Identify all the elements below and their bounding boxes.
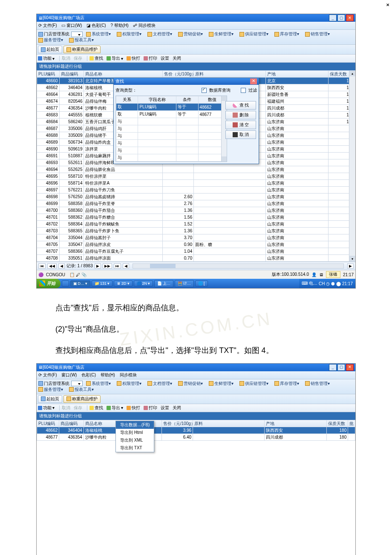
find-row[interactable]: 与: [116, 140, 227, 147]
column-header[interactable]: 原料: [193, 420, 264, 427]
report-tools[interactable]: 报表工具▾: [69, 37, 94, 43]
table-row[interactable]: 48702588364品得仙干炸鲷鲅鱼1.52山东济南1: [37, 221, 355, 228]
menu-window[interactable]: 窗口(W): [66, 23, 82, 28]
quickprint-button[interactable]: 快打: [127, 405, 140, 411]
find-row[interactable]: 与: [116, 118, 227, 125]
find-button[interactable]: 查找: [89, 55, 103, 61]
column-header[interactable]: 产地: [265, 71, 328, 78]
tray-ime[interactable]: ⌨ 电…: [302, 280, 317, 286]
column-header[interactable]: 产地: [264, 420, 326, 427]
export-item[interactable]: 导出到 TXT: [116, 444, 154, 452]
fresh-mgmt[interactable]: 生鲜管理▾: [209, 381, 233, 387]
export-item[interactable]: 导出数据…(FB): [116, 421, 154, 429]
quickprint-button[interactable]: 快打: [127, 55, 140, 61]
column-header[interactable]: 商品名称: [84, 71, 162, 78]
supply-mgmt[interactable]: 供应链管理▾: [239, 381, 268, 387]
close-page-button[interactable]: 关闭: [173, 405, 181, 411]
table-row[interactable]: 48708335051品得仙拌凉面0.70山东济南1: [37, 255, 355, 262]
tab-home[interactable]: 起始页: [38, 395, 62, 403]
tab-weigh-goods[interactable]: 称重商品维护: [63, 46, 101, 53]
module-dropdown[interactable]: [71, 381, 83, 386]
find-row[interactable]: 取PLU编码等于48662: [116, 104, 227, 111]
pager-hscroll-right[interactable]: ▶: [347, 263, 354, 269]
supply-mgmt[interactable]: 供应链管理▾: [239, 31, 268, 37]
column-header[interactable]: PLU编码: [37, 420, 59, 427]
pager-last[interactable]: ⏭: [114, 263, 121, 269]
find-row[interactable]: 与: [116, 147, 227, 154]
export-button[interactable]: 导出 ▾: [107, 405, 123, 411]
settings-button[interactable]: 设置: [161, 55, 169, 61]
column-header[interactable]: 售价（元/100g）: [162, 71, 194, 78]
pager-next[interactable]: ▶: [95, 263, 101, 269]
find-row[interactable]: 与: [116, 133, 227, 140]
sales-mgmt[interactable]: 销售管理▾: [305, 31, 330, 37]
export-item[interactable]: 导出到 Html: [116, 429, 154, 436]
table-row[interactable]: 48707588366品得仙干炸豆腐丸子1.04山东济南1: [37, 248, 355, 255]
find-row[interactable]: 与: [116, 125, 227, 133]
minimize-button[interactable]: _: [329, 364, 337, 371]
table-row[interactable]: 48697576221品得仙干炸刀鱼山东济南1: [37, 187, 355, 194]
menu-help[interactable]: 帮助(H): [101, 373, 115, 377]
column-header[interactable]: 原料: [194, 71, 265, 78]
tray-icons[interactable]: ◷ ⬢ ⬤: [326, 281, 341, 286]
horizontal-scrollbar[interactable]: [133, 263, 344, 269]
column-header[interactable]: 保质天数: [327, 420, 348, 427]
export-item[interactable]: 导出到 XML: [116, 436, 154, 444]
find-button[interactable]: 查找: [89, 405, 103, 411]
module-dropdown[interactable]: [71, 32, 83, 37]
table-row[interactable]: 48662346404洛椒核桃3.96陕西西安180: [37, 427, 355, 434]
perm-mgmt[interactable]: 权限管理▾: [117, 381, 141, 387]
table-row[interactable]: 48677436354沙嗲牛肉粒6.40四川成都180: [37, 434, 355, 440]
find-delete-button[interactable]: 删 除: [225, 111, 256, 119]
menu-file[interactable]: 文件(F): [43, 373, 57, 377]
table-row[interactable]: 48704335044品得仙酱肘子3.70山东济南1: [37, 234, 355, 241]
table-row[interactable]: 48698576250品得仙酱卤猪蹄2.60山东济南1: [37, 194, 355, 200]
column-header[interactable]: 批: [348, 420, 355, 427]
sales-mgmt[interactable]: 销售管理▾: [305, 381, 330, 387]
taskbar-item[interactable]: 📄 上…: [154, 280, 173, 287]
tab-close-icon[interactable]: ✕: [386, 3, 389, 7]
svc-mgmt[interactable]: 服务管理▾: [38, 37, 63, 43]
functions-button[interactable]: 功能 ▾: [38, 55, 55, 61]
table-row[interactable]: 48703588365品得仙干炸萝卜鱼1.36山东济南1: [37, 228, 355, 234]
menu-sync[interactable]: 同步模块: [120, 373, 137, 377]
taskbar-item[interactable]: 🟦 2N ▾: [134, 280, 153, 286]
db-query-checkbox[interactable]: [202, 88, 207, 93]
maximize-button[interactable]: ▢: [337, 14, 345, 21]
taskbar-item[interactable]: 🧮 计…: [175, 280, 194, 287]
maximize-button[interactable]: ▢: [337, 364, 345, 371]
table-row[interactable]: 48699588358品得仙干炸里脊2.76山东济南1: [37, 200, 355, 207]
filter-checkbox[interactable]: [241, 88, 246, 93]
find-confirm-button[interactable]: 查 找: [225, 101, 256, 110]
column-header[interactable]: 售价（元/100g）: [161, 420, 193, 427]
close-button[interactable]: ✕: [346, 14, 354, 21]
taskbar-item[interactable]: 🖥 2D ▾: [114, 280, 133, 286]
tab-home[interactable]: 起始页: [38, 46, 62, 53]
taskbar-item[interactable]: 🌐 [: [195, 280, 208, 286]
menu-help[interactable]: 帮助(H): [114, 23, 129, 28]
print-button[interactable]: 打印: [144, 55, 157, 61]
menu-color[interactable]: 色彩(C): [81, 373, 96, 377]
print-button[interactable]: 打印: [144, 405, 157, 411]
menu-sync[interactable]: 同步模块: [138, 23, 156, 28]
menu-color[interactable]: 色彩(C): [92, 23, 106, 28]
table-row[interactable]: 48694552625品得仙膨化食品山东济南1: [37, 166, 355, 173]
taskbar-item[interactable]: 📁 131 ▾: [92, 280, 112, 286]
report-tools[interactable]: 报表工具▾: [69, 387, 94, 393]
pager-prevset[interactable]: ◀◀: [47, 263, 57, 269]
find-clear-button[interactable]: 清 空: [225, 121, 256, 129]
column-header[interactable]: 商品编码: [59, 420, 84, 427]
tray-lang[interactable]: CH: [319, 281, 325, 286]
table-row[interactable]: 48695558710特价凉拌菜山东济南1: [37, 173, 355, 180]
table-row[interactable]: 48701588362品得仙干炸糖合1.56山东济南1: [37, 214, 355, 221]
functions-button[interactable]: 功能 ▾: [38, 405, 55, 411]
sys-mgmt[interactable]: 系统管理▾: [86, 381, 111, 387]
find-row[interactable]: 取PLU编码等于48677: [116, 111, 227, 118]
minimize-button[interactable]: _: [329, 14, 337, 21]
table-row[interactable]: 48696558714特价凉拌菜A山东济南1: [37, 180, 355, 187]
find-cancel-button[interactable]: 取 消: [225, 130, 256, 139]
column-header[interactable]: 商品编码: [59, 71, 84, 78]
pager-first[interactable]: ⏮: [38, 263, 46, 269]
table-row[interactable]: 48705335047品得仙拌凉皮0.90面粉、糖山东济南1: [37, 241, 355, 248]
vert-scrollbar[interactable]: ▴▾: [349, 70, 355, 262]
